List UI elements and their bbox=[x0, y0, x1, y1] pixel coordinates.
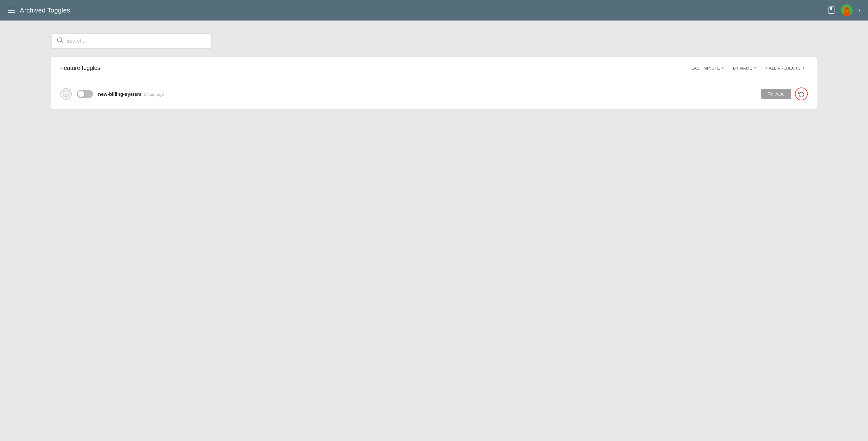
project-filter-label: > ALL PROJECTS bbox=[765, 66, 800, 70]
card-header: Feature toggles LAST MINUTE ▾ BY NAME ▾ … bbox=[51, 57, 817, 79]
project-filter-button[interactable]: > ALL PROJECTS ▾ bbox=[762, 64, 808, 72]
svg-point-9 bbox=[63, 90, 69, 96]
navbar-left: Archived Toggles bbox=[8, 7, 70, 14]
main-content: Feature toggles LAST MINUTE ▾ BY NAME ▾ … bbox=[0, 21, 868, 122]
toggle-info: new-billing-system 1 hour ago bbox=[98, 91, 756, 97]
toggle-time: 1 hour ago bbox=[144, 92, 164, 97]
svg-point-10 bbox=[65, 92, 65, 93]
status-face-icon bbox=[62, 90, 69, 98]
card-title: Feature toggles bbox=[60, 65, 100, 71]
sort-filter-chevron: ▾ bbox=[754, 66, 756, 70]
release-button[interactable]: Release bbox=[761, 89, 791, 99]
search-input[interactable] bbox=[66, 38, 206, 44]
search-container bbox=[51, 33, 817, 49]
search-icon bbox=[57, 37, 63, 45]
time-filter-label: LAST MINUTE bbox=[691, 66, 720, 70]
toggle-slider bbox=[77, 90, 93, 98]
svg-rect-6 bbox=[846, 10, 847, 10]
restore-icon bbox=[798, 91, 805, 97]
page-title: Archived Toggles bbox=[20, 7, 70, 14]
avatar-icon bbox=[841, 4, 852, 16]
toggle-list: new-billing-system 1 hour ago Release bbox=[51, 79, 817, 108]
toggle-switch[interactable] bbox=[77, 90, 93, 98]
svg-point-3 bbox=[845, 8, 846, 9]
time-filter-chevron: ▾ bbox=[722, 66, 724, 70]
filter-buttons: LAST MINUTE ▾ BY NAME ▾ > ALL PROJECTS ▾ bbox=[688, 64, 808, 72]
toggle-name: new-billing-system bbox=[98, 91, 142, 97]
svg-point-11 bbox=[67, 92, 67, 93]
user-avatar[interactable] bbox=[841, 4, 852, 16]
toggles-card: Feature toggles LAST MINUTE ▾ BY NAME ▾ … bbox=[51, 57, 817, 108]
toggle-actions: Release bbox=[761, 88, 808, 100]
restore-button[interactable] bbox=[795, 88, 808, 100]
chevron-down-icon[interactable]: ▾ bbox=[858, 8, 860, 12]
sort-filter-label: BY NAME bbox=[733, 66, 752, 70]
toggle-status-icon bbox=[60, 88, 72, 100]
project-filter-chevron: ▾ bbox=[803, 66, 805, 70]
svg-point-4 bbox=[847, 8, 848, 9]
documentation-icon[interactable] bbox=[827, 6, 836, 15]
search-box bbox=[51, 33, 212, 49]
table-row: new-billing-system 1 hour ago Release bbox=[51, 82, 817, 106]
navbar: Archived Toggles ▾ bbox=[0, 0, 868, 21]
hamburger-menu-icon[interactable] bbox=[8, 8, 15, 13]
svg-line-8 bbox=[61, 41, 62, 43]
sort-filter-button[interactable]: BY NAME ▾ bbox=[730, 64, 760, 72]
navbar-right: ▾ bbox=[827, 4, 860, 16]
time-filter-button[interactable]: LAST MINUTE ▾ bbox=[688, 64, 727, 72]
